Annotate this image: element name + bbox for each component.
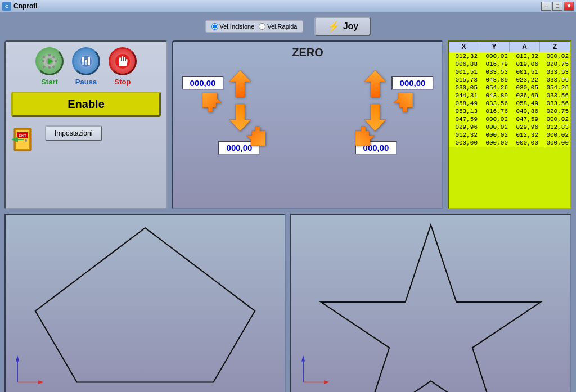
table-header: X Y A Z bbox=[449, 42, 570, 52]
vel-rapida-label: Vel.Rapida bbox=[267, 23, 297, 30]
stop-label: Stop bbox=[115, 78, 131, 86]
impostazioni-button[interactable]: Impostazioni bbox=[45, 125, 102, 141]
start-button[interactable]: Start bbox=[35, 47, 64, 86]
arrow-up-left[interactable] bbox=[230, 70, 251, 97]
start-label: Start bbox=[41, 78, 58, 86]
table-cell: 012,32 bbox=[510, 52, 540, 60]
table-cell: 000,02 bbox=[479, 123, 510, 131]
app-title: Cnprofi bbox=[14, 2, 38, 10]
enable-button[interactable]: Enable bbox=[11, 92, 161, 117]
svg-marker-24 bbox=[230, 70, 251, 97]
svg-rect-11 bbox=[86, 62, 87, 65]
col-a: A bbox=[510, 42, 540, 52]
toolbar: Vel.Incisione Vel.Rapida ⚡ Joy bbox=[4, 17, 572, 36]
arrow-diag-ur[interactable] bbox=[388, 93, 413, 118]
table-cell: 043,89 bbox=[479, 76, 510, 84]
svg-rect-17 bbox=[126, 59, 128, 63]
exit-button[interactable]: EXIT bbox=[11, 125, 37, 154]
pausa-icon bbox=[72, 47, 100, 75]
table-cell: 033,56 bbox=[540, 76, 570, 84]
table-cell: 001,51 bbox=[449, 68, 479, 76]
table-row: 053,13016,76040,86020,75 bbox=[449, 107, 570, 115]
svg-text:EXIT: EXIT bbox=[19, 134, 26, 137]
table-cell: 015,78 bbox=[449, 76, 479, 84]
table-cell: 000,00 bbox=[479, 139, 510, 147]
start-icon bbox=[35, 47, 64, 75]
vel-incisione-radio[interactable] bbox=[212, 23, 218, 30]
stop-button[interactable]: Stop bbox=[109, 47, 137, 86]
table-row: 058,49033,56058,49033,56 bbox=[449, 100, 570, 107]
table-cell: 033,56 bbox=[479, 100, 510, 107]
table-cell: 036,69 bbox=[510, 92, 540, 100]
vel-rapida-option[interactable]: Vel.Rapida bbox=[259, 23, 297, 30]
table-cell: 020,75 bbox=[540, 107, 570, 115]
table-cell: 019,06 bbox=[510, 60, 540, 68]
arrow-diag-ul[interactable] bbox=[202, 93, 227, 118]
vel-incisione-option[interactable]: Vel.Incisione bbox=[212, 23, 255, 30]
svg-marker-40 bbox=[302, 355, 305, 362]
table-cell: 000,02 bbox=[540, 52, 570, 60]
panels-row: Start bbox=[4, 40, 572, 209]
table-cell: 000,02 bbox=[540, 131, 570, 139]
table-row: 000,00000,00000,00000,00 bbox=[449, 139, 570, 147]
joystick-area: 000,00 000,00 000,00 000,00 bbox=[173, 59, 442, 208]
table-cell: 029,96 bbox=[510, 123, 540, 131]
table-cell: 033,53 bbox=[479, 68, 510, 76]
main-area: Vel.Incisione Vel.Rapida ⚡ Joy bbox=[0, 12, 576, 392]
title-bar: C Cnprofi ─ □ ✕ bbox=[0, 0, 576, 12]
title-bar-buttons: ─ □ ✕ bbox=[541, 2, 574, 11]
control-buttons: Start bbox=[11, 47, 161, 86]
table-row: 015,78043,89023,22033,56 bbox=[449, 76, 570, 84]
table-cell: 020,75 bbox=[540, 60, 570, 68]
pentagon-svg bbox=[6, 215, 285, 392]
table-row: 044,31043,89036,69033,56 bbox=[449, 92, 570, 100]
table-cell: 058,49 bbox=[510, 100, 540, 107]
title-bar-left: C Cnprofi bbox=[2, 2, 38, 11]
table-body: 012,32000,02012,32000,02006,88016,79019,… bbox=[449, 52, 570, 147]
table-cell: 040,86 bbox=[510, 107, 540, 115]
svg-marker-30 bbox=[394, 93, 413, 112]
joy-lightning-icon: ⚡ bbox=[327, 20, 340, 33]
arrow-diag-lr-left[interactable] bbox=[241, 121, 266, 146]
table-cell: 012,32 bbox=[510, 131, 540, 139]
svg-marker-35 bbox=[16, 355, 19, 362]
table-cell: 058,49 bbox=[449, 100, 479, 107]
table-cell: 006,88 bbox=[449, 60, 479, 68]
speed-radio-group: Vel.Incisione Vel.Rapida bbox=[205, 20, 304, 33]
table-cell: 054,26 bbox=[540, 84, 570, 92]
table-row: 006,88016,79019,06020,75 bbox=[449, 60, 570, 68]
table-cell: 047,59 bbox=[510, 115, 540, 123]
table-row: 030,05054,26030,05054,26 bbox=[449, 84, 570, 92]
col-x: X bbox=[449, 42, 479, 52]
zero-label: ZERO bbox=[292, 46, 323, 59]
arrow-up-right[interactable] bbox=[364, 70, 386, 97]
table-cell: 000,02 bbox=[479, 52, 510, 60]
star-svg bbox=[291, 215, 570, 392]
exit-row: EXIT Impostazioni bbox=[11, 125, 161, 154]
table-cell: 012,83 bbox=[540, 123, 570, 131]
table-cell: 033,53 bbox=[540, 68, 570, 76]
minimize-button[interactable]: ─ bbox=[541, 2, 551, 11]
arrow-diag-dr-right[interactable] bbox=[356, 121, 380, 146]
col-y: Y bbox=[479, 42, 510, 52]
svg-rect-14 bbox=[119, 57, 121, 62]
svg-marker-36 bbox=[38, 380, 44, 384]
bottom-row bbox=[4, 214, 572, 392]
table-row: 047,59000,02047,59000,02 bbox=[449, 115, 570, 123]
svg-rect-16 bbox=[124, 57, 125, 62]
star-canvas bbox=[290, 214, 572, 392]
joystick-panel: ZERO 000,00 000,00 000,00 000,00 bbox=[172, 40, 443, 209]
restore-button[interactable]: □ bbox=[552, 2, 562, 11]
table-cell: 030,05 bbox=[449, 84, 479, 92]
close-button[interactable]: ✕ bbox=[564, 2, 574, 11]
joy-button[interactable]: ⚡ Joy bbox=[314, 17, 371, 36]
table-cell: 029,96 bbox=[449, 123, 479, 131]
left-control-panel: Start bbox=[4, 40, 168, 209]
pausa-button[interactable]: Pausa bbox=[72, 47, 100, 86]
table-row: 012,32000,02012,32000,02 bbox=[449, 131, 570, 139]
table-cell: 012,32 bbox=[449, 131, 479, 139]
app-icon: C bbox=[2, 2, 11, 11]
vel-rapida-radio[interactable] bbox=[259, 23, 266, 30]
svg-marker-32 bbox=[35, 228, 255, 382]
svg-marker-41 bbox=[324, 380, 330, 384]
